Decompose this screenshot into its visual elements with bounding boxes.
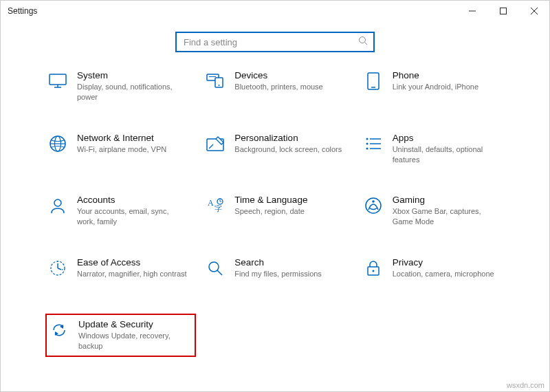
tile-desc: Find my files, permissions (234, 269, 322, 279)
tile-desc: Background, lock screen, colors (234, 144, 342, 155)
settings-grid: System Display, sound, notifications, po… (1, 66, 549, 357)
svg-rect-1 (500, 8, 506, 14)
svg-text:A: A (208, 198, 214, 208)
search-icon (358, 36, 368, 48)
close-button[interactable] (518, 1, 549, 21)
devices-icon (206, 72, 225, 91)
tile-title: Ease of Access (77, 257, 187, 268)
tile-phone[interactable]: Phone Link your Android, iPhone (361, 66, 512, 107)
tile-desc: Display, sound, notifications, power (77, 82, 187, 102)
gaming-icon (364, 196, 383, 215)
watermark: wsxdn.com (507, 381, 544, 389)
personalization-icon (206, 134, 225, 153)
svg-point-4 (360, 37, 366, 43)
tile-desc: Narrator, magnifier, high contrast (77, 269, 187, 279)
svg-point-11 (219, 85, 220, 86)
tile-desc: Xbox Game Bar, captures, Game Mode (393, 206, 503, 227)
tile-search[interactable]: Search Find my files, permissions (203, 253, 353, 292)
tile-title: Personalization (234, 133, 342, 143)
ease-of-access-icon (48, 259, 67, 278)
tile-desc: Location, camera, microphone (393, 269, 494, 279)
tile-accounts[interactable]: Accounts Your accounts, email, sync, wor… (45, 190, 196, 231)
tile-title: Privacy (393, 257, 494, 268)
tile-desc: Windows Update, recovery, backup (78, 331, 188, 351)
time-language-icon: A字 (206, 196, 225, 215)
svg-point-26 (54, 199, 61, 206)
tile-gaming[interactable]: Gaming Xbox Game Bar, captures, Game Mod… (361, 190, 512, 231)
tile-desc: Wi-Fi, airplane mode, VPN (77, 144, 166, 155)
tile-title: Phone (393, 70, 478, 80)
tile-desc: Bluetooth, printers, mouse (234, 82, 322, 92)
svg-line-40 (217, 270, 222, 275)
tile-apps[interactable]: Apps Uninstall, defaults, optional featu… (361, 129, 512, 169)
tile-devices[interactable]: Devices Bluetooth, printers, mouse (203, 66, 353, 107)
minimize-button[interactable] (456, 1, 487, 21)
tile-network[interactable]: Network & Internet Wi-Fi, airplane mode,… (45, 129, 196, 169)
tile-title: Update & Security (78, 319, 188, 329)
globe-icon (48, 134, 67, 153)
tile-desc: Link your Android, iPhone (393, 82, 478, 92)
search-box[interactable] (175, 32, 375, 52)
svg-line-19 (209, 144, 213, 149)
svg-text:字: 字 (214, 204, 222, 213)
svg-line-5 (365, 43, 368, 45)
tile-update-security[interactable]: Update & Security Windows Update, recove… (45, 314, 196, 357)
svg-line-36 (58, 268, 61, 270)
window-title: Settings (8, 6, 37, 16)
tile-desc: Your accounts, email, sync, work, family (77, 206, 187, 227)
tile-title: Network & Internet (77, 133, 166, 143)
update-icon (50, 320, 69, 340)
accounts-icon (48, 196, 67, 215)
tile-time-language[interactable]: A字 Time & Language Speech, region, date (203, 190, 353, 231)
titlebar: Settings (1, 1, 549, 21)
magnifier-icon (206, 259, 225, 278)
tile-title: Accounts (77, 195, 187, 205)
svg-marker-38 (62, 269, 63, 270)
tile-title: Time & Language (234, 195, 307, 205)
svg-point-33 (372, 201, 375, 204)
tile-title: Apps (393, 133, 503, 143)
phone-icon (364, 72, 383, 91)
tile-ease-of-access[interactable]: Ease of Access Narrator, magnifier, high… (45, 253, 196, 292)
tile-title: Search (234, 257, 322, 268)
search-input[interactable] (182, 36, 358, 48)
tile-privacy[interactable]: Privacy Location, camera, microphone (361, 253, 512, 292)
apps-icon (364, 134, 383, 153)
svg-point-42 (372, 270, 374, 272)
system-icon (48, 72, 67, 91)
lock-icon (364, 259, 383, 278)
tile-desc: Speech, region, date (234, 206, 307, 217)
tile-desc: Uninstall, defaults, optional features (393, 144, 503, 165)
maximize-button[interactable] (487, 1, 518, 21)
tile-title: Devices (234, 70, 322, 80)
tile-title: System (77, 70, 187, 80)
svg-rect-6 (50, 74, 66, 85)
tile-system[interactable]: System Display, sound, notifications, po… (45, 66, 196, 107)
svg-point-39 (209, 262, 219, 272)
tile-title: Gaming (393, 195, 503, 205)
tile-personalization[interactable]: Personalization Background, lock screen,… (203, 129, 353, 169)
